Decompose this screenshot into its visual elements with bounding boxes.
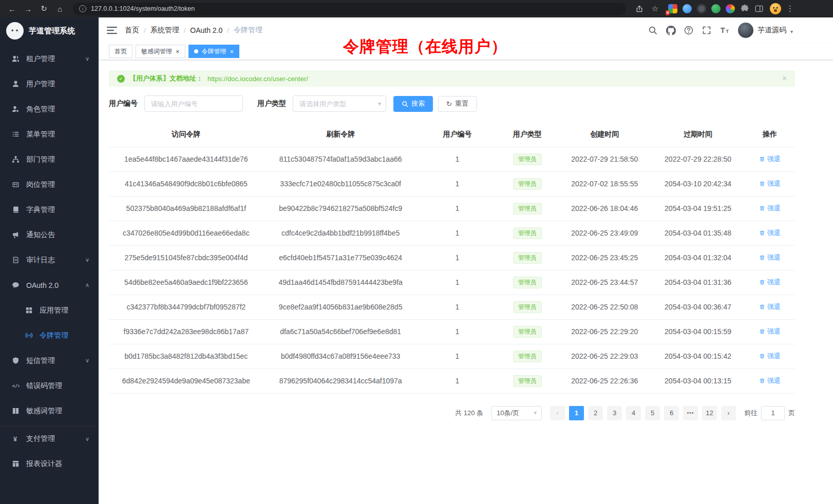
column-header: 过期时间 — [651, 122, 745, 147]
success-check-icon: ✓ — [117, 75, 125, 83]
sidebar-item-dict-management[interactable]: 字典管理 — [0, 197, 99, 222]
page-button-3[interactable]: 3 — [607, 406, 622, 420]
action-cell: 强退 — [745, 369, 795, 393]
share-icon[interactable] — [632, 2, 646, 16]
user-id-input[interactable] — [144, 95, 243, 112]
user-type-select[interactable]: ▾ — [293, 95, 386, 112]
extensions-puzzle-icon[interactable] — [740, 4, 749, 13]
forward-icon[interactable]: → — [21, 2, 35, 16]
tab-home[interactable]: 首页 — [109, 45, 132, 58]
page-button-6[interactable]: 6 — [664, 406, 679, 420]
sidebar-item-dept-management[interactable]: 部门管理 — [0, 147, 99, 172]
sidebar-item-tenant-management[interactable]: 租户管理 ∨ — [0, 46, 99, 71]
site-info-icon[interactable]: i — [79, 5, 86, 12]
force-logout-button[interactable]: 强退 — [759, 302, 781, 312]
next-page-button[interactable]: › — [721, 406, 736, 420]
browser-menu-icon[interactable]: ⋮ — [783, 2, 797, 16]
force-logout-button[interactable]: 强退 — [759, 228, 781, 238]
sidebar-item-user-management[interactable]: 用户管理 — [0, 71, 99, 96]
close-icon[interactable]: × — [176, 48, 180, 55]
create-time-cell: 2022-06-25 22:29:03 — [558, 344, 651, 369]
column-header: 用户编号 — [418, 122, 497, 147]
create-time-cell: 2022-06-25 22:50:08 — [558, 295, 651, 319]
chevron-down-icon: ∨ — [85, 55, 89, 62]
page-size-select[interactable]: 10条/页 ▾ — [491, 406, 542, 420]
force-logout-button[interactable]: 强退 — [759, 204, 781, 213]
breadcrumb-system[interactable]: 系统管理 — [150, 26, 179, 35]
goto-page-input[interactable] — [761, 406, 785, 420]
sidebar-item-notice[interactable]: 通知公告 — [0, 222, 99, 247]
more-pages-icon[interactable]: ••• — [683, 406, 698, 420]
user-menu[interactable]: 芋道源码 ▾ — [738, 23, 793, 38]
browser-toolbar: ← → ↻ ⌂ i 127.0.0.1:1024/system/oauth2/t… — [0, 0, 833, 17]
user-type-select-input[interactable] — [293, 95, 386, 112]
page-button-5[interactable]: 5 — [645, 406, 660, 420]
page-button-4[interactable]: 4 — [626, 406, 641, 420]
action-cell: 强退 — [745, 147, 795, 171]
sidebar-item-sms-management[interactable]: 短信管理 ∨ — [0, 348, 99, 373]
page-button-2[interactable]: 2 — [588, 406, 603, 420]
extension-blue-icon[interactable] — [683, 4, 692, 13]
reload-icon[interactable]: ↻ — [37, 2, 51, 16]
sidebar-item-report-designer[interactable]: 报表设计器 — [0, 451, 99, 476]
force-logout-button[interactable]: 强退 — [759, 179, 781, 188]
force-logout-button[interactable]: 强退 — [759, 278, 781, 287]
back-icon[interactable]: ← — [5, 2, 19, 16]
doc-link[interactable]: https://doc.iocoder.cn/user-center/ — [207, 75, 308, 83]
page-button-1[interactable]: 1 — [569, 406, 584, 420]
github-icon[interactable] — [666, 26, 675, 35]
action-cell: 强退 — [745, 319, 795, 344]
user-id-cell: 1 — [418, 221, 497, 245]
extension-green-icon[interactable] — [711, 4, 721, 13]
user-id-cell: 1 — [418, 196, 497, 221]
extension-pinwheel-icon[interactable] — [726, 4, 735, 13]
tab-token-management[interactable]: 令牌管理 × — [188, 45, 240, 58]
force-logout-button[interactable]: 强退 — [759, 327, 781, 336]
sidebar-item-app-management[interactable]: 应用管理 — [0, 298, 99, 323]
fullscreen-icon[interactable] — [702, 26, 711, 35]
tab-sensitive-word[interactable]: 敏感词管理 × — [136, 45, 185, 58]
force-logout-button[interactable]: 强退 — [759, 154, 781, 164]
sidebar-item-error-code[interactable]: </> 错误码管理 — [0, 373, 99, 398]
force-logout-button[interactable]: 强退 — [759, 376, 781, 385]
extension-dark-icon[interactable] — [697, 4, 706, 13]
column-header: 用户类型 — [497, 122, 558, 147]
bookmark-star-icon[interactable]: ☆ — [648, 2, 662, 16]
alert-close-icon[interactable]: × — [782, 74, 787, 83]
pagination-total: 共 120 条 — [455, 409, 483, 418]
page-button-12[interactable]: 12 — [702, 406, 717, 420]
sidebar-item-payment[interactable]: ¥ 支付管理 ∨ — [0, 426, 99, 451]
reset-button[interactable]: ↻ 重置 — [438, 96, 477, 112]
prev-page-button[interactable]: ‹ — [550, 406, 565, 420]
breadcrumb-oauth2[interactable]: OAuth 2.0 — [190, 26, 222, 34]
sidebar-item-sensitive-word[interactable]: 敏感词管理 — [0, 398, 99, 423]
sidebar-item-token-management[interactable]: 令牌管理 — [0, 323, 99, 348]
extension-grid-icon[interactable]: 0 — [668, 4, 677, 13]
search-icon[interactable] — [648, 26, 657, 35]
address-bar[interactable]: i 127.0.0.1:1024/system/oauth2/token — [73, 3, 626, 15]
help-icon[interactable] — [684, 26, 693, 35]
breadcrumb-home[interactable]: 首页 — [125, 26, 139, 35]
font-size-icon[interactable]: TT — [720, 26, 729, 35]
app-grid-icon — [25, 306, 33, 315]
close-icon[interactable]: × — [230, 48, 234, 55]
access-token-cell: b0d1785bc3a8482f812db4a3f3bd15ec — [109, 344, 263, 369]
sidebar-item-menu-management[interactable]: 菜单管理 — [0, 122, 99, 147]
sidebar-item-role-management[interactable]: 角色管理 — [0, 96, 99, 122]
browser-profile-avatar[interactable] — [770, 3, 781, 14]
side-panel-icon[interactable] — [754, 4, 764, 13]
home-icon[interactable]: ⌂ — [53, 2, 67, 16]
sidebar-item-audit-log[interactable]: 审计日志 ∨ — [0, 247, 99, 273]
sidebar-item-post-management[interactable]: 岗位管理 — [0, 172, 99, 197]
force-logout-button[interactable]: 强退 — [759, 352, 781, 361]
sidebar-item-oauth2[interactable]: OAuth 2.0 ∧ — [0, 273, 99, 298]
app-window: 芋道管理系统 租户管理 ∨ 用户管理 角色管理 菜单管理 — [0, 17, 833, 504]
force-logout-button[interactable]: 强退 — [759, 253, 781, 262]
sidebar-item-label: 错误码管理 — [26, 381, 62, 391]
hamburger-icon[interactable] — [107, 26, 117, 34]
search-button[interactable]: 搜索 — [393, 96, 433, 112]
user-type-cell: 管理员 — [497, 319, 558, 344]
search-button-label: 搜索 — [411, 99, 425, 108]
goto-page: 前往 页 — [744, 406, 795, 420]
app-logo[interactable]: 芋道管理系统 — [0, 17, 99, 44]
